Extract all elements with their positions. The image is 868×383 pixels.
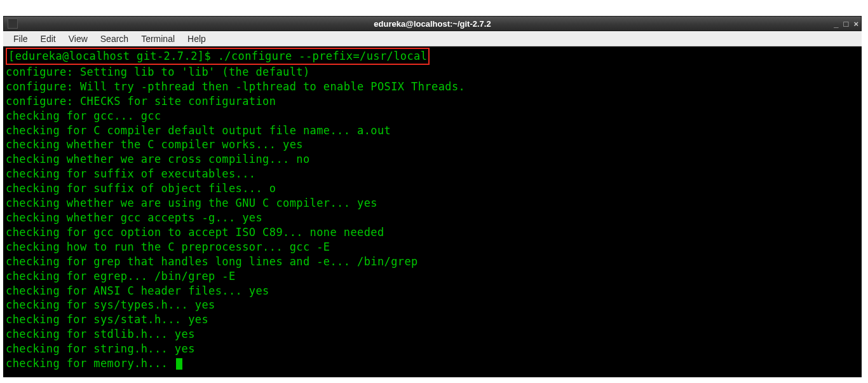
terminal-line: checking whether the C compiler works...… [6,137,859,152]
menu-edit[interactable]: Edit [34,32,62,45]
maximize-button[interactable]: □ [844,20,849,28]
terminal-line: configure: Setting lib to 'lib' (the def… [6,65,859,80]
menu-bar: File Edit View Search Terminal Help [3,31,862,46]
command-prompt-highlighted: [edureka@localhost git-2.7.2]$ ./configu… [6,48,430,65]
terminal-line: checking for grep that handles long line… [6,254,859,269]
app-icon [8,18,18,29]
menu-file[interactable]: File [7,32,34,45]
cursor-icon [176,358,182,370]
window-controls: _ □ × [834,20,858,28]
menu-view[interactable]: View [62,32,94,45]
terminal-line: checking for egrep... /bin/grep -E [6,269,859,284]
terminal-line: configure: CHECKS for site configuration [6,94,859,109]
terminal-line: checking for string.h... yes [6,342,859,356]
terminal-line: checking whether gcc accepts -g... yes [6,211,859,225]
terminal-line: checking for gcc... gcc [6,109,859,123]
terminal-line: checking for gcc option to accept ISO C8… [6,225,859,240]
terminal-line: checking for ANSI C header files... yes [6,284,859,298]
terminal-window: edureka@localhost:~/git-2.7.2 _ □ × File… [3,16,862,377]
terminal-line: checking whether we are using the GNU C … [6,196,859,211]
terminal-line: checking for sys/types.h... yes [6,298,859,312]
minimize-button[interactable]: _ [834,20,838,28]
terminal-line: checking for sys/stat.h... yes [6,312,859,327]
terminal-line: checking for C compiler default output f… [6,123,859,138]
terminal-line: checking for stdlib.h... yes [6,327,859,342]
window-titlebar[interactable]: edureka@localhost:~/git-2.7.2 _ □ × [3,16,862,31]
menu-search[interactable]: Search [94,32,135,45]
terminal-line: checking for suffix of object files... o [6,181,859,196]
terminal-line: configure: Will try -pthread then -lpthr… [6,80,859,94]
terminal-last-line: checking for memory.h... [6,356,859,371]
terminal-line: checking whether we are cross compiling.… [6,152,859,167]
menu-help[interactable]: Help [181,32,212,45]
close-button[interactable]: × [853,20,858,28]
terminal-output[interactable]: [edureka@localhost git-2.7.2]$ ./configu… [3,46,862,377]
window-title: edureka@localhost:~/git-2.7.2 [374,19,491,29]
menu-terminal[interactable]: Terminal [135,32,181,45]
terminal-line: checking how to run the C preprocessor..… [6,240,859,254]
terminal-line: checking for suffix of executables... [6,167,859,181]
